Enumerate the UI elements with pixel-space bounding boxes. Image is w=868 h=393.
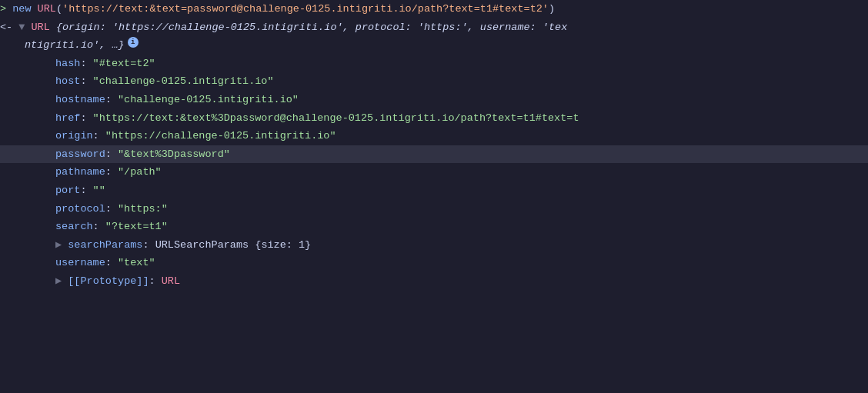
- url-class-label: URL: [32, 19, 56, 36]
- property-prototype-key: [[Prototype]]: [68, 273, 149, 290]
- property-username-line: username : "text": [0, 254, 868, 272]
- property-href-line: href : "https://text:&text%3Dpassword@ch…: [0, 109, 868, 128]
- property-username-key: username: [55, 255, 105, 271]
- colon-href: :: [80, 110, 92, 127]
- property-pathname-key: pathname: [55, 164, 105, 181]
- colon-username: :: [105, 255, 118, 271]
- expand-prototype-icon[interactable]: ▶: [55, 273, 68, 290]
- class-url: URL: [38, 1, 56, 18]
- keyword-new: new: [12, 1, 37, 18]
- collapse-triangle[interactable]: ▼: [18, 19, 31, 36]
- property-password-line: password : "&text%3Dpassword": [0, 145, 868, 164]
- property-href-value: "https://text:&text%3Dpassword@challenge…: [93, 110, 579, 127]
- expand-searchparams-icon[interactable]: ▶: [55, 237, 68, 254]
- colon-host: :: [80, 73, 92, 90]
- colon-hostname: :: [105, 92, 118, 108]
- property-origin-value: "https://challenge-0125.intigriti.io": [105, 128, 336, 145]
- property-host-key: host: [55, 73, 80, 90]
- property-host-line: host : "challenge-0125.intigriti.io": [0, 72, 868, 91]
- colon-origin: :: [93, 128, 105, 145]
- paren-close: ): [549, 1, 555, 18]
- property-origin-key: origin: [55, 128, 93, 145]
- info-icon[interactable]: i: [128, 37, 139, 48]
- property-password-value: "&text%3Dpassword": [118, 146, 230, 163]
- paren-open: (: [56, 1, 62, 18]
- property-pathname-value: "/path": [118, 164, 162, 181]
- property-hostname-key: hostname: [55, 92, 105, 108]
- colon-port: :: [80, 182, 92, 199]
- colon-pathname: :: [105, 164, 118, 181]
- property-password-key: password: [55, 146, 105, 163]
- colon-searchparams: :: [142, 237, 155, 254]
- property-pathname-line: pathname : "/path": [0, 163, 868, 182]
- property-search-line: search : "?text=t1": [0, 218, 868, 236]
- property-hostname-value: "challenge-0125.intigriti.io": [118, 92, 299, 108]
- object-header-line: <- ▼ URL {origin: 'https://challenge-012…: [0, 18, 868, 37]
- object-summary: {origin: 'https://challenge-0125.intigri…: [56, 19, 567, 36]
- property-hash-key: hash: [55, 55, 80, 72]
- property-prototype-line[interactable]: ▶ [[Prototype]] : URL: [0, 272, 868, 291]
- colon-hash: :: [80, 55, 92, 72]
- colon-password: :: [105, 146, 118, 163]
- property-protocol-line: protocol : "https:": [0, 200, 868, 218]
- property-searchparams-line[interactable]: ▶ searchParams : URLSearchParams {size: …: [0, 236, 868, 255]
- console-input-line: > new URL ( 'https://text:&text=password…: [0, 0, 868, 18]
- property-protocol-value: "https:": [118, 201, 168, 218]
- url-string: 'https://text:&text=password@challenge-0…: [62, 1, 549, 18]
- property-username-value: "text": [118, 255, 155, 271]
- colon-protocol: :: [105, 201, 118, 218]
- property-hash-value: "#text=t2": [93, 55, 155, 72]
- property-hash-line: hash : "#text=t2": [0, 55, 868, 73]
- property-searchparams-key: searchParams: [68, 237, 142, 254]
- input-arrow: >: [0, 1, 12, 18]
- object-summary-cont-text: ntigriti.io', …}: [25, 37, 125, 54]
- colon-search: :: [93, 218, 105, 235]
- property-port-key: port: [55, 182, 80, 199]
- property-prototype-value: URL: [162, 273, 180, 290]
- output-arrow: <-: [0, 19, 18, 36]
- colon-prototype: :: [149, 273, 162, 290]
- property-href-key: href: [55, 110, 80, 127]
- console-container: > new URL ( 'https://text:&text=password…: [0, 0, 868, 393]
- property-hostname-line: hostname : "challenge-0125.intigriti.io": [0, 91, 868, 109]
- property-host-value: "challenge-0125.intigriti.io": [93, 73, 274, 90]
- property-searchparams-value: URLSearchParams {size: 1}: [155, 237, 312, 254]
- object-summary-continuation: ntigriti.io', …} i: [0, 36, 868, 55]
- property-search-key: search: [55, 218, 93, 235]
- property-search-value: "?text=t1": [105, 218, 168, 235]
- property-origin-line: origin : "https://challenge-0125.intigri…: [0, 127, 868, 145]
- property-port-value: "": [93, 182, 105, 199]
- property-port-line: port : "": [0, 182, 868, 200]
- property-protocol-key: protocol: [55, 201, 105, 218]
